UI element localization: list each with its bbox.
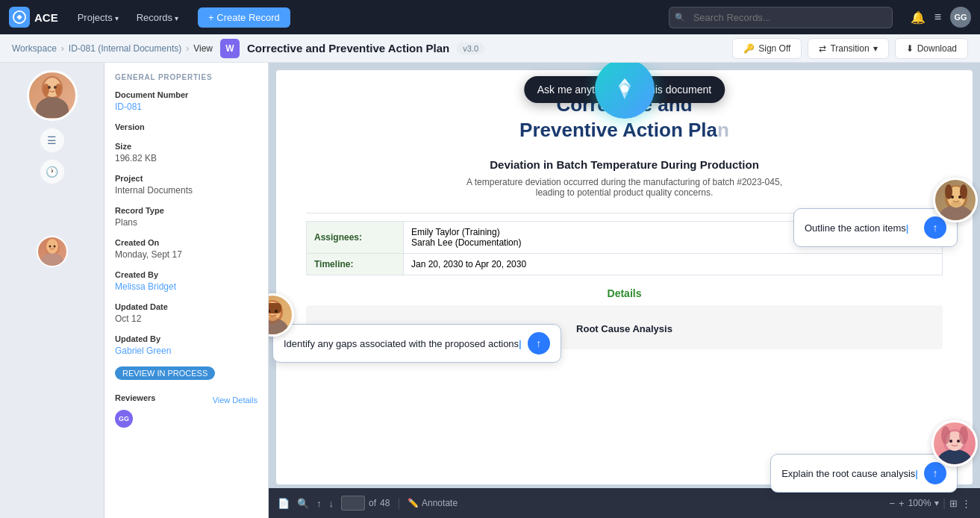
chat-bubble-gaps: Identify any gaps associated with the pr… <box>272 324 561 363</box>
doc-description: A temperature deviation occurred during … <box>457 177 793 198</box>
send-button-3[interactable]: ↑ <box>528 332 550 355</box>
updated-date-label: Updated Date <box>115 302 258 311</box>
signoff-button[interactable]: 🔑 Sign Off <box>732 38 802 59</box>
toolbar-sep1: | <box>397 497 400 509</box>
chat-avatar-2 <box>933 178 978 222</box>
reviewer-avatar-1: GG <box>115 410 133 428</box>
left-sidebar: ☰ 🕐 <box>0 63 104 518</box>
transition-chevron: ▾ <box>873 43 878 54</box>
zoom-level: 100% <box>908 498 931 508</box>
svg-point-48 <box>949 440 952 443</box>
download-button[interactable]: ⬇ Download <box>895 38 968 59</box>
svg-point-13 <box>621 85 628 93</box>
zoom-chevron: ▾ <box>934 498 939 508</box>
svg-point-26 <box>951 196 954 199</box>
created-on-value: Monday, Sept 17 <box>115 249 258 260</box>
svg-point-10 <box>46 239 58 254</box>
svg-point-11 <box>49 246 51 248</box>
svg-point-2 <box>36 97 69 118</box>
main-layout: ☰ 🕐 GENERAL PROPERTIES Document Number I… <box>0 63 980 518</box>
updated-by-label: Updated By <box>115 334 258 343</box>
updated-date-value: Oct 12 <box>115 313 258 324</box>
doc-icon: W <box>220 39 240 58</box>
fit-btn[interactable]: ⊞ <box>949 498 958 509</box>
sidebar-nav-icon2[interactable]: 🕐 <box>40 160 64 184</box>
timeline-label: Timeline: <box>307 253 404 275</box>
zoom-in-btn[interactable]: 🔍 <box>297 498 309 509</box>
zoom-out-btn[interactable]: − <box>889 498 895 509</box>
breadcrumb-workspace[interactable]: Workspace <box>12 43 57 54</box>
key-icon: 🔑 <box>743 43 755 54</box>
sidebar-nav-icon1[interactable]: ☰ <box>40 128 64 152</box>
record-type-field: Record Type Plans <box>115 206 258 228</box>
send-button-5[interactable]: ↑ <box>924 462 946 484</box>
doc-subtitle: Deviation in Batch Temperature During Pr… <box>306 158 943 171</box>
size-field: Size 196.82 KB <box>115 142 258 163</box>
project-value: Internal Documents <box>115 185 258 196</box>
svg-point-6 <box>48 86 51 89</box>
sidebar-user-avatar1 <box>27 70 78 121</box>
created-on-field: Created On Monday, Sept 17 <box>115 238 258 260</box>
chat-text-2: Outline the action items| <box>805 222 918 234</box>
transition-button[interactable]: ⇄ Transition ▾ <box>808 38 888 59</box>
page-indicator: 1 of 48 <box>341 496 390 511</box>
doc-content: Corrective andPreventive Action Plan Dev… <box>276 70 973 484</box>
record-type-label: Record Type <box>115 206 258 215</box>
svg-point-5 <box>55 84 61 96</box>
assignees-label: Assignees: <box>307 221 404 253</box>
nav-menu: Projects Records <box>70 8 186 27</box>
more-btn[interactable]: ⋮ <box>961 498 971 509</box>
doc-number-value[interactable]: ID-081 <box>115 102 258 112</box>
svg-point-7 <box>54 86 57 89</box>
updated-by-field: Updated By Gabriel Green <box>115 334 258 356</box>
download-icon: ⬇ <box>906 43 914 54</box>
nav-projects[interactable]: Projects <box>70 8 126 27</box>
created-by-label: Created By <box>115 270 258 279</box>
svg-point-12 <box>53 246 55 248</box>
created-on-label: Created On <box>115 238 258 247</box>
annotate-btn[interactable]: ✏️ Annotate <box>408 498 458 508</box>
updated-date-field: Updated Date Oct 12 <box>115 302 258 324</box>
svg-point-4 <box>43 84 49 96</box>
page-of: of <box>369 498 376 508</box>
svg-point-47 <box>959 426 968 444</box>
chat-bubble-rootcause: Explain the root cause analysis| ↑ <box>770 454 958 493</box>
logo-text: ACE <box>34 11 58 24</box>
top-nav: ACE Projects Records + Create Record 🔔 ≡… <box>0 0 980 34</box>
search-input[interactable] <box>669 7 893 28</box>
create-record-button[interactable]: + Create Record <box>198 7 290 28</box>
page-number-input[interactable]: 1 <box>341 496 365 511</box>
projects-chevron <box>115 12 119 23</box>
send-button-2[interactable]: ↑ <box>924 216 946 239</box>
svg-point-28 <box>951 201 961 207</box>
created-by-value[interactable]: Melissa Bridget <box>115 281 258 292</box>
list-icon[interactable]: ≡ <box>934 10 941 24</box>
doc-title-bar: W Corrective and Preventive Action Plan … <box>220 39 484 58</box>
doc-details-title: Details <box>306 287 943 299</box>
bell-icon[interactable]: 🔔 <box>911 10 926 25</box>
updated-by-value[interactable]: Gabriel Green <box>115 346 258 356</box>
page-up-btn[interactable]: ↑ <box>316 498 322 509</box>
view-details-link[interactable]: View Details <box>213 396 258 405</box>
reviewers-label: Reviewers <box>115 393 155 402</box>
timeline-value: Jan 20, 2030 to Apr 20, 2030 <box>404 253 943 275</box>
svg-point-9 <box>40 253 64 267</box>
properties-panel: GENERAL PROPERTIES Document Number ID-08… <box>104 63 269 518</box>
page-down-btn[interactable]: ↓ <box>329 498 334 509</box>
zoom-in-btn2[interactable]: + <box>899 498 905 509</box>
size-value: 196.82 KB <box>115 153 258 163</box>
nav-records[interactable]: Records <box>129 8 186 27</box>
doc-viewer: Corrective andPreventive Action Plan Dev… <box>269 63 980 518</box>
user-avatar[interactable]: GG <box>950 7 971 28</box>
breadcrumb-folder[interactable]: ID-081 (Internal Documents) <box>69 43 181 54</box>
project-label: Project <box>115 174 258 183</box>
doc-number-label: Document Number <box>115 90 258 99</box>
doc-icon-btn[interactable]: 📄 <box>278 498 290 509</box>
svg-point-49 <box>957 440 960 443</box>
project-field: Project Internal Documents <box>115 174 258 196</box>
size-label: Size <box>115 142 258 151</box>
reviewer-section: Reviewers View Details GG <box>115 393 258 428</box>
zoom-controls: − + 100% ▾ | ⊞ ⋮ <box>889 497 971 509</box>
breadcrumb-sep2: › <box>186 43 189 54</box>
breadcrumb-sep1: › <box>61 43 64 54</box>
